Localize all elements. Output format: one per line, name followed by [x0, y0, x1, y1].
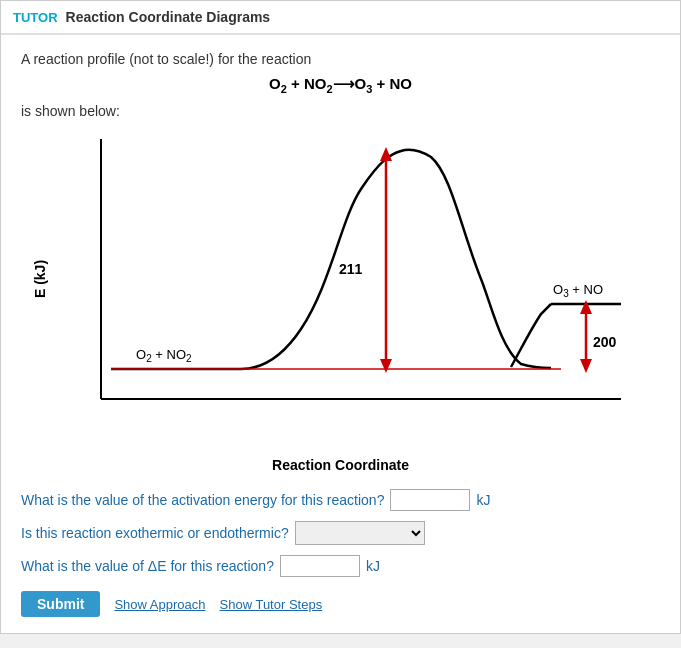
page-title: Reaction Coordinate Diagrams — [66, 9, 271, 25]
reaction-type-label: Is this reaction exothermic or endotherm… — [21, 525, 289, 541]
x-axis-label: Reaction Coordinate — [21, 457, 660, 473]
is-shown-text: is shown below: — [21, 103, 660, 119]
activation-energy-label: What is the value of the activation ener… — [21, 492, 384, 508]
svg-text:O2 + NO2: O2 + NO2 — [136, 347, 192, 364]
intro-text: A reaction profile (not to scale!) for t… — [21, 51, 660, 67]
svg-marker-7 — [380, 359, 392, 373]
reaction-diagram: E (kJ) 211 — [31, 129, 651, 449]
question-row-delta-e: What is the value of ΔE for this reactio… — [21, 555, 660, 577]
svg-marker-6 — [380, 147, 392, 161]
tutor-label: TUTOR — [13, 10, 58, 25]
delta-e-input[interactable] — [280, 555, 360, 577]
svg-text:O3 + NO: O3 + NO — [553, 282, 603, 299]
delta-e-unit: kJ — [366, 558, 380, 574]
activation-energy-unit: kJ — [476, 492, 490, 508]
submit-button[interactable]: Submit — [21, 591, 100, 617]
svg-marker-10 — [580, 300, 592, 314]
show-approach-button[interactable]: Show Approach — [114, 597, 205, 612]
show-tutor-steps-button[interactable]: Show Tutor Steps — [220, 597, 323, 612]
svg-marker-11 — [580, 359, 592, 373]
svg-text:E (kJ): E (kJ) — [32, 260, 48, 298]
svg-text:211: 211 — [339, 261, 363, 277]
footer-row: Submit Show Approach Show Tutor Steps — [21, 591, 660, 617]
svg-text:200: 200 — [593, 334, 617, 350]
questions-section: What is the value of the activation ener… — [21, 489, 660, 577]
delta-e-label: What is the value of ΔE for this reactio… — [21, 558, 274, 574]
diagram-area: E (kJ) 211 — [31, 129, 651, 449]
activation-energy-input[interactable] — [390, 489, 470, 511]
question-row-reaction-type: Is this reaction exothermic or endotherm… — [21, 521, 660, 545]
reaction-type-select[interactable]: exothermic endothermic — [295, 521, 425, 545]
question-row-activation-energy: What is the value of the activation ener… — [21, 489, 660, 511]
reaction-equation: O2 + NO2⟶O3 + NO — [21, 75, 660, 95]
